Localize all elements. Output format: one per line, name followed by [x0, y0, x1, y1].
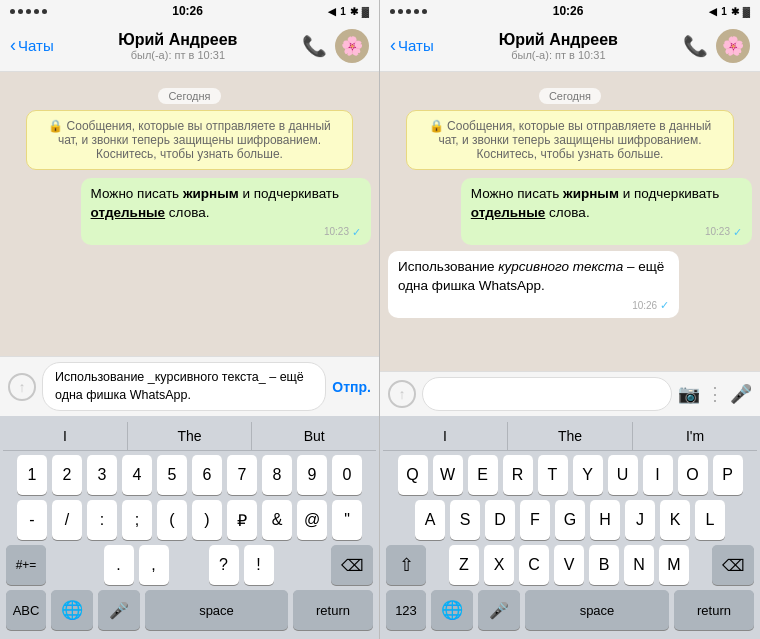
mic-key-right[interactable]: 🎤 — [478, 590, 520, 630]
more-icon-right[interactable]: ⋮ — [706, 383, 724, 405]
key-d[interactable]: D — [485, 500, 515, 540]
key-e[interactable]: E — [468, 455, 498, 495]
shift-key-right[interactable]: ⇧ — [386, 545, 426, 585]
checkmark-in-right: ✓ — [660, 298, 669, 313]
status-bar-right: 10:26 ◀ 1 ✱ ▓ — [380, 0, 760, 20]
key-at[interactable]: @ — [297, 500, 327, 540]
suggestion-3-left[interactable]: But — [252, 422, 376, 450]
key-colon[interactable]: : — [87, 500, 117, 540]
return-key-right[interactable]: return — [674, 590, 754, 630]
msg-time-in-right: 10:26 ✓ — [398, 298, 669, 313]
key-o[interactable]: O — [678, 455, 708, 495]
status-dots-left — [10, 9, 47, 14]
key-question[interactable]: ? — [209, 545, 239, 585]
key-j[interactable]: J — [625, 500, 655, 540]
mic-key-left[interactable]: 🎤 — [98, 590, 140, 630]
call-icon-left[interactable]: 📞 — [302, 34, 327, 58]
avatar-right[interactable]: 🌸 — [716, 29, 750, 63]
key-i[interactable]: I — [643, 455, 673, 495]
space-key-right[interactable]: space — [525, 590, 669, 630]
suggestion-2-right[interactable]: The — [508, 422, 633, 450]
key-z[interactable]: Z — [449, 545, 479, 585]
key-5[interactable]: 5 — [157, 455, 187, 495]
key-q[interactable]: Q — [398, 455, 428, 495]
return-key-left[interactable]: return — [293, 590, 373, 630]
key-m[interactable]: M — [659, 545, 689, 585]
message-input-left[interactable]: Использование _курсивного текста_ – ещё … — [42, 362, 326, 411]
key-ruble[interactable]: ₽ — [227, 500, 257, 540]
key-slash[interactable]: / — [52, 500, 82, 540]
key-c[interactable]: C — [519, 545, 549, 585]
key-hashplus[interactable]: #+= — [6, 545, 46, 585]
back-button-right[interactable]: ‹ Чаты — [390, 35, 434, 56]
backspace-key-right[interactable]: ⌫ — [712, 545, 754, 585]
header-center-left: Юрий Андреев был(-а): пт в 10:31 — [54, 30, 302, 61]
scroll-up-button-left[interactable]: ↑ — [8, 373, 36, 401]
key-k[interactable]: K — [660, 500, 690, 540]
key-abc[interactable]: ABC — [6, 590, 46, 630]
key-s[interactable]: S — [450, 500, 480, 540]
key-h[interactable]: H — [590, 500, 620, 540]
key-f[interactable]: F — [520, 500, 550, 540]
call-icon-right[interactable]: 📞 — [683, 34, 708, 58]
chevron-left-icon-right: ‹ — [390, 35, 396, 56]
globe-key-left[interactable]: 🌐 — [51, 590, 93, 630]
bluetooth-icon-right: ✱ — [731, 6, 739, 17]
mic-icon-right[interactable]: 🎤 — [730, 383, 752, 405]
date-label-right: Сегодня — [388, 86, 752, 104]
key-v[interactable]: V — [554, 545, 584, 585]
back-label-left: Чаты — [18, 37, 54, 54]
key-1[interactable]: 1 — [17, 455, 47, 495]
key-2[interactable]: 2 — [52, 455, 82, 495]
key-l[interactable]: L — [695, 500, 725, 540]
key-row-zxcv-right: ⇧ Z X C V B N M ⌫ — [383, 545, 757, 585]
key-t[interactable]: T — [538, 455, 568, 495]
key-paren-close[interactable]: ) — [192, 500, 222, 540]
key-comma[interactable]: , — [139, 545, 169, 585]
back-button-left[interactable]: ‹ Чаты — [10, 35, 54, 56]
key-u[interactable]: U — [608, 455, 638, 495]
key-y[interactable]: Y — [573, 455, 603, 495]
space-key-left[interactable]: space — [145, 590, 288, 630]
send-button-left[interactable]: Отпр. — [332, 379, 371, 395]
key-3[interactable]: 3 — [87, 455, 117, 495]
key-r[interactable]: R — [503, 455, 533, 495]
key-9[interactable]: 9 — [297, 455, 327, 495]
key-semicolon[interactable]: ; — [122, 500, 152, 540]
key-b[interactable]: B — [589, 545, 619, 585]
key-paren-open[interactable]: ( — [157, 500, 187, 540]
message-input-right[interactable] — [422, 377, 672, 411]
key-x[interactable]: X — [484, 545, 514, 585]
signal-icon-left: ◀ — [328, 6, 336, 17]
avatar-left[interactable]: 🌸 — [335, 29, 369, 63]
backspace-key-left[interactable]: ⌫ — [331, 545, 373, 585]
wifi-icon-left: 1 — [340, 6, 346, 17]
key-8[interactable]: 8 — [262, 455, 292, 495]
key-w[interactable]: W — [433, 455, 463, 495]
key-0[interactable]: 0 — [332, 455, 362, 495]
suggestion-1-right[interactable]: I — [383, 422, 508, 450]
input-area-right: ↑ 📷 ⋮ 🎤 — [380, 371, 760, 416]
suggestion-2-left[interactable]: The — [128, 422, 253, 450]
suggestion-3-right[interactable]: I'm — [633, 422, 757, 450]
key-a[interactable]: A — [415, 500, 445, 540]
scroll-up-button-right[interactable]: ↑ — [388, 380, 416, 408]
key-p[interactable]: P — [713, 455, 743, 495]
key-7[interactable]: 7 — [227, 455, 257, 495]
key-123[interactable]: 123 — [386, 590, 426, 630]
key-g[interactable]: G — [555, 500, 585, 540]
key-6[interactable]: 6 — [192, 455, 222, 495]
suggestion-1-left[interactable]: I — [3, 422, 128, 450]
key-n[interactable]: N — [624, 545, 654, 585]
system-message-right[interactable]: 🔒 Сообщения, которые вы отправляете в да… — [406, 110, 734, 170]
key-4[interactable]: 4 — [122, 455, 152, 495]
system-message-left[interactable]: 🔒 Сообщения, которые вы отправляете в да… — [26, 110, 353, 170]
camera-icon-right[interactable]: 📷 — [678, 383, 700, 405]
header-center-right: Юрий Андреев был(-а): пт в 10:31 — [434, 30, 683, 61]
key-dot[interactable]: . — [104, 545, 134, 585]
key-quote[interactable]: " — [332, 500, 362, 540]
globe-key-right[interactable]: 🌐 — [431, 590, 473, 630]
key-exclaim[interactable]: ! — [244, 545, 274, 585]
key-amp[interactable]: & — [262, 500, 292, 540]
key-minus[interactable]: - — [17, 500, 47, 540]
